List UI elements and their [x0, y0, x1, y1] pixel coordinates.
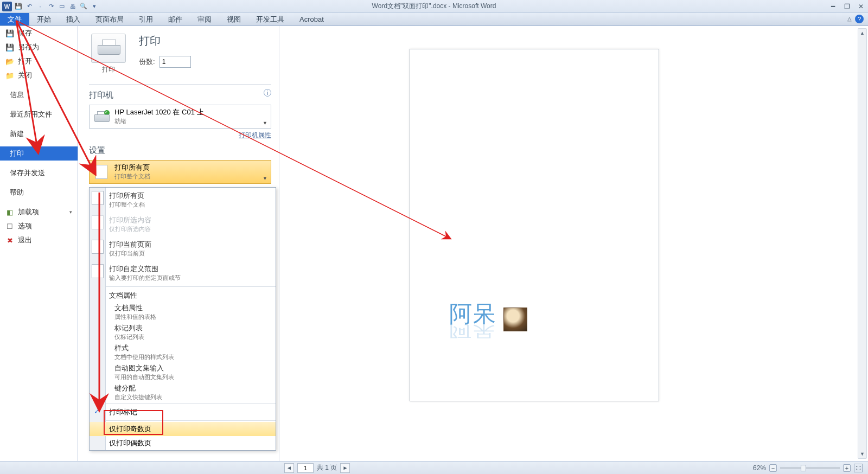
sidebar-options-label: 选项	[18, 221, 32, 231]
window-controls: ━ ❐ ✕	[828, 3, 866, 10]
pages-all-icon	[92, 191, 104, 205]
print-quick-icon[interactable]: 🖶	[68, 2, 77, 11]
info-icon[interactable]: i	[264, 89, 271, 97]
scroll-down-icon[interactable]: ▼	[858, 450, 866, 458]
status-bar: ◄ 共 1 页 ► 62% − + ⛶	[0, 461, 868, 474]
close-window-button[interactable]: ✕	[856, 3, 866, 10]
tab-home[interactable]: 开始	[29, 13, 59, 25]
sidebar-new[interactable]: 新建	[0, 127, 78, 141]
range-opt-current-sub: 仅打印当前页	[109, 249, 151, 258]
range-opt-current[interactable]: 打印当前页面仅打印当前页	[90, 236, 276, 261]
printer-dropdown[interactable]: HP LaserJet 1020 在 C01 上 就绪 ▼	[89, 105, 271, 129]
tab-references[interactable]: 引用	[131, 13, 161, 25]
tab-developer[interactable]: 开发工具	[248, 13, 292, 25]
zoom-slider[interactable]	[780, 467, 840, 469]
page-total-label: 共 1 页	[317, 463, 337, 472]
tab-insert[interactable]: 插入	[59, 13, 88, 25]
zoom-in-button[interactable]: +	[843, 464, 851, 472]
printer-properties-link[interactable]: 打印机属性	[89, 131, 271, 140]
sidebar-close[interactable]: 📁关闭	[0, 68, 78, 82]
pages-icon	[95, 165, 107, 179]
docprops-autotext[interactable]: 自动图文集输入可用的自动图文集列表	[90, 362, 276, 382]
zoom-controls: 62% − + ⛶	[753, 464, 863, 472]
help-icon[interactable]: ?	[855, 15, 864, 23]
page-custom-icon	[92, 264, 104, 278]
zoom-fit-button[interactable]: ⛶	[854, 464, 863, 472]
page-number-input[interactable]	[297, 463, 314, 473]
backstage-sidebar: 💾保存 💾另存为 📂打开 📁关闭 信息 最近所用文件 新建 打印 保存并发送 帮…	[0, 26, 78, 461]
docprops-keys[interactable]: 键分配自定义快捷键列表	[90, 382, 276, 402]
sidebar-exit[interactable]: ✖退出	[0, 233, 78, 247]
sidebar-exit-label: 退出	[18, 235, 32, 245]
copies-input[interactable]	[159, 56, 191, 68]
range-opt-selection: 打印所选内容仅打印所选内容	[90, 212, 276, 236]
ready-check-icon	[104, 110, 110, 116]
range-opt-selection-title: 打印所选内容	[109, 215, 151, 225]
print-range-dropdown[interactable]: 打印所有页 打印整个文档 ▼	[89, 160, 271, 184]
tab-file[interactable]: 文件	[0, 13, 29, 25]
save-disk-icon: 💾	[5, 29, 14, 37]
sidebar-open[interactable]: 📂打开	[0, 54, 78, 68]
print-marks-toggle[interactable]: ✓ 打印标记	[90, 405, 276, 419]
sidebar-recent[interactable]: 最近所用文件	[0, 107, 78, 121]
scroll-up-icon[interactable]: ▲	[858, 29, 866, 37]
print-button[interactable]: 打印	[89, 34, 128, 74]
docprops-header: 文档属性	[90, 288, 276, 302]
print-odd-only[interactable]: 仅打印奇数页	[90, 422, 276, 436]
range-opt-custom[interactable]: 打印自定义范围输入要打印的指定页面或节	[90, 261, 276, 285]
range-sub: 打印整个文档	[114, 172, 266, 180]
range-opt-all[interactable]: 打印所有页打印整个文档	[90, 188, 276, 212]
check-icon: ✓	[94, 407, 101, 415]
vertical-scrollbar[interactable]: ▲ ▼	[858, 28, 867, 459]
print-range-menu: 打印所有页打印整个文档 打印所选内容仅打印所选内容 打印当前页面仅打印当前页 打…	[89, 187, 276, 451]
new-icon[interactable]: ▭	[58, 2, 66, 11]
page-navigator: ◄ 共 1 页 ►	[284, 463, 350, 473]
tab-acrobat[interactable]: Acrobat	[292, 13, 331, 25]
range-opt-selection-sub: 仅打印所选内容	[109, 225, 151, 233]
chevron-down-icon: ▼	[263, 176, 267, 181]
docprops-marks[interactable]: 标记列表仅标记列表	[90, 322, 276, 342]
sidebar-help[interactable]: 帮助	[0, 185, 78, 200]
print-preview-area: 阿呆 阿呆 ▲ ▼	[279, 26, 868, 461]
printer-section-title: 打印机	[89, 90, 271, 100]
options-icon: ☐	[5, 222, 14, 230]
sidebar-open-label: 打开	[18, 56, 32, 66]
tab-mailings[interactable]: 邮件	[161, 13, 190, 25]
window-title: Word文档"双面打印".docx - Microsoft Word	[372, 2, 496, 11]
tab-layout[interactable]: 页面布局	[88, 13, 131, 25]
printer-name: HP LaserJet 1020 在 C01 上	[114, 108, 266, 117]
minimize-ribbon-icon[interactable]: △	[847, 16, 852, 22]
ribbon-tabs: 文件 开始 插入 页面布局 引用 邮件 审阅 视图 开发工具 Acrobat △…	[0, 13, 868, 26]
addin-icon: ◧	[5, 208, 14, 216]
tab-view[interactable]: 视图	[219, 13, 248, 25]
zoom-thumb[interactable]	[801, 465, 806, 471]
sidebar-options[interactable]: ☐选项	[0, 219, 78, 233]
sidebar-saveas-label: 另存为	[18, 42, 39, 52]
printer-large-icon	[98, 40, 119, 57]
tab-review[interactable]: 审阅	[190, 13, 219, 25]
settings-section-title: 设置	[89, 145, 271, 156]
prev-page-button[interactable]: ◄	[284, 463, 294, 473]
qat-customize-icon[interactable]: ▾	[90, 2, 99, 11]
sidebar-saveandsend[interactable]: 保存并发送	[0, 166, 78, 180]
minimize-button[interactable]: ━	[828, 3, 838, 10]
page-preview: 阿呆 阿呆	[410, 49, 659, 401]
sidebar-saveas[interactable]: 💾另存为	[0, 40, 78, 54]
restore-button[interactable]: ❐	[842, 3, 852, 10]
sidebar-addins-label: 加载项	[18, 207, 39, 217]
docprops-styles[interactable]: 样式文档中使用的样式列表	[90, 342, 276, 362]
print-even-only[interactable]: 仅打印偶数页	[90, 436, 276, 450]
next-page-button[interactable]: ►	[340, 463, 350, 473]
watermark-reflection: 阿呆	[449, 321, 497, 342]
docprops-props[interactable]: 文档属性属性和值的表格	[90, 302, 276, 322]
undo-icon[interactable]: ↶	[25, 2, 34, 11]
save-icon[interactable]: 💾	[14, 2, 23, 11]
redo-icon[interactable]: ↷	[47, 2, 55, 11]
sidebar-print[interactable]: 打印	[0, 146, 78, 161]
zoom-out-button[interactable]: −	[769, 464, 777, 472]
sidebar-info[interactable]: 信息	[0, 88, 78, 102]
sidebar-addins[interactable]: ◧加载项▾	[0, 205, 78, 219]
preview-icon[interactable]: 🔍	[79, 2, 88, 11]
sidebar-save[interactable]: 💾保存	[0, 26, 78, 40]
print-button-label: 打印	[89, 65, 128, 74]
